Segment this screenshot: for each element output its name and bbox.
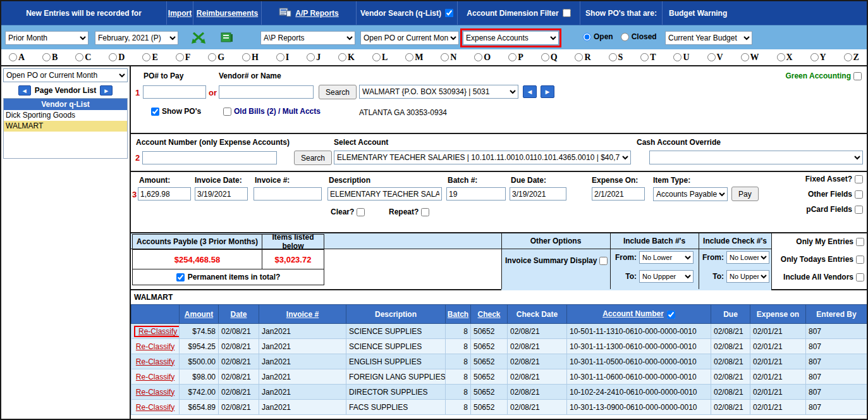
fixed-asset-checkbox[interactable] bbox=[855, 175, 863, 183]
open-radio-option[interactable]: Open bbox=[583, 32, 613, 41]
alphabet-radio-Z[interactable] bbox=[844, 53, 852, 61]
alphabet-radio-V[interactable] bbox=[707, 53, 716, 61]
column-header-label[interactable]: Amount bbox=[185, 310, 213, 319]
account-select[interactable]: ELEMENTARY TEACHER SALARIES | 10.101.11.… bbox=[334, 151, 631, 164]
alphabet-radio-P[interactable] bbox=[508, 53, 517, 61]
amount-input[interactable] bbox=[138, 187, 191, 201]
alphabet-radio-O[interactable] bbox=[474, 53, 482, 61]
alphabet-option-T[interactable]: T bbox=[640, 52, 656, 63]
alphabet-radio-T[interactable] bbox=[640, 53, 649, 61]
reclassify-link[interactable]: Re-Classify bbox=[136, 403, 174, 412]
pay-button[interactable]: Pay bbox=[731, 187, 759, 201]
alphabet-radio-R[interactable] bbox=[575, 53, 583, 61]
alphabet-option-S[interactable]: S bbox=[609, 52, 623, 63]
alphabet-option-I[interactable]: I bbox=[276, 52, 289, 63]
invoice-date-input[interactable] bbox=[195, 187, 248, 201]
reclassify-link[interactable]: Re-Classify bbox=[136, 388, 174, 397]
alphabet-radio-K[interactable] bbox=[338, 53, 346, 61]
alphabet-radio-H[interactable] bbox=[242, 53, 250, 61]
open-radio[interactable] bbox=[583, 33, 591, 41]
column-header-invoice[interactable]: Invoice # bbox=[259, 305, 346, 324]
sidebar-filter-select[interactable]: Open PO or Current Month bbox=[3, 68, 128, 82]
alphabet-radio-X[interactable] bbox=[777, 53, 785, 61]
alphabet-radio-M[interactable] bbox=[405, 53, 413, 61]
cash-override-select[interactable] bbox=[649, 151, 863, 164]
repeat-checkbox[interactable] bbox=[421, 208, 429, 216]
other-fields-checkbox[interactable] bbox=[855, 190, 863, 199]
alphabet-option-Q[interactable]: Q bbox=[541, 52, 558, 63]
alphabet-option-F[interactable]: F bbox=[176, 52, 191, 63]
alphabet-option-Y[interactable]: Y bbox=[810, 52, 826, 63]
column-header-label[interactable]: Batch bbox=[448, 310, 468, 319]
alphabet-radio-C[interactable] bbox=[75, 53, 83, 61]
reclassify-link[interactable]: Re-Classify bbox=[138, 327, 177, 336]
alphabet-option-J[interactable]: J bbox=[307, 52, 321, 63]
budget-select[interactable]: Current Year Budget bbox=[665, 31, 752, 45]
column-header-check[interactable]: Check bbox=[471, 305, 508, 324]
page-vendor-prev-icon[interactable]: ◄ bbox=[18, 85, 31, 96]
alphabet-option-R[interactable]: R bbox=[575, 52, 590, 63]
alphabet-option-O[interactable]: O bbox=[474, 52, 491, 63]
reclassify-link[interactable]: Re-Classify bbox=[136, 357, 174, 366]
vendor-list-item[interactable]: WALMART bbox=[4, 121, 127, 132]
alphabet-radio-F[interactable] bbox=[176, 53, 184, 61]
item-type-select[interactable]: Accounts Payable bbox=[653, 187, 728, 201]
closed-radio-option[interactable]: Closed bbox=[621, 32, 657, 41]
alphabet-option-H[interactable]: H bbox=[242, 52, 259, 63]
vendor-prev-icon[interactable]: ◄ bbox=[523, 85, 537, 98]
check-to-select[interactable]: No Upper bbox=[726, 270, 769, 283]
vendor-name-input[interactable] bbox=[219, 85, 314, 99]
alphabet-option-B[interactable]: B bbox=[42, 52, 58, 63]
alphabet-radio-L[interactable] bbox=[372, 53, 381, 61]
column-header-account[interactable]: Account Number bbox=[567, 305, 711, 324]
column-header-label[interactable]: Date bbox=[230, 310, 247, 319]
reports-select[interactable]: A\P Reports bbox=[260, 31, 355, 45]
old-bills-label[interactable]: Old Bills (2) / Mult Accts bbox=[234, 107, 321, 116]
permanent-items-checkbox[interactable] bbox=[176, 273, 185, 281]
alphabet-option-A[interactable]: A bbox=[9, 52, 25, 63]
column-header-label[interactable]: Invoice # bbox=[286, 310, 319, 319]
alphabet-radio-D[interactable] bbox=[109, 53, 117, 61]
period-select[interactable]: Prior Month bbox=[5, 31, 89, 45]
check-from-select[interactable]: No Lower bbox=[726, 251, 769, 264]
import-link[interactable]: Import bbox=[168, 9, 192, 18]
alphabet-radio-A[interactable] bbox=[9, 53, 17, 61]
closed-radio[interactable] bbox=[621, 33, 629, 41]
alphabet-option-N[interactable]: N bbox=[441, 52, 456, 63]
alphabet-radio-U[interactable] bbox=[673, 53, 682, 61]
vendor-list-item[interactable]: Dick Sporting Goods bbox=[4, 110, 127, 121]
alphabet-option-M[interactable]: M bbox=[405, 52, 423, 63]
green-accounting-checkbox[interactable] bbox=[853, 72, 862, 80]
account-number-input[interactable] bbox=[142, 151, 277, 164]
green-ledger-icon[interactable] bbox=[220, 31, 234, 46]
alphabet-radio-S[interactable] bbox=[609, 53, 617, 61]
month-select[interactable]: February, 2021 (P) bbox=[95, 31, 178, 45]
column-header-label[interactable]: Account Number bbox=[602, 309, 664, 318]
alphabet-radio-J[interactable] bbox=[307, 53, 315, 61]
alphabet-radio-I[interactable] bbox=[276, 53, 284, 61]
alphabet-option-V[interactable]: V bbox=[707, 52, 723, 63]
ap-reports-link[interactable]: A/P Reports bbox=[295, 9, 338, 18]
alphabet-option-K[interactable]: K bbox=[338, 52, 355, 63]
vendor-search-button[interactable]: Search bbox=[319, 85, 357, 99]
alphabet-radio-E[interactable] bbox=[142, 53, 150, 61]
vendor-next-icon[interactable]: ► bbox=[541, 85, 554, 98]
po-filter-select[interactable]: Open PO or Current Month bbox=[360, 31, 459, 45]
account-filter-select[interactable]: Expense Accounts bbox=[463, 31, 559, 45]
alphabet-radio-W[interactable] bbox=[741, 53, 749, 61]
include-all-vendors-checkbox[interactable] bbox=[856, 273, 864, 281]
batch-input[interactable] bbox=[446, 187, 506, 201]
column-header-amount[interactable]: Amount bbox=[180, 305, 219, 324]
show-pos-checkbox[interactable] bbox=[151, 108, 159, 116]
account-dimension-checkbox[interactable] bbox=[563, 9, 571, 17]
vendor-search-checkbox[interactable] bbox=[445, 9, 453, 17]
reimbursements-link[interactable]: Reimbursements bbox=[197, 9, 258, 18]
page-vendor-next-icon[interactable]: ► bbox=[100, 85, 113, 96]
column-header-date[interactable]: Date bbox=[219, 305, 259, 324]
reclassify-link[interactable]: Re-Classify bbox=[136, 373, 174, 381]
invoice-num-input[interactable] bbox=[254, 187, 322, 201]
batch-to-select[interactable]: No Uppper bbox=[639, 270, 694, 283]
alphabet-radio-B[interactable] bbox=[42, 53, 51, 61]
column-header-batch[interactable]: Batch bbox=[446, 305, 471, 324]
alphabet-option-C[interactable]: C bbox=[75, 52, 91, 63]
